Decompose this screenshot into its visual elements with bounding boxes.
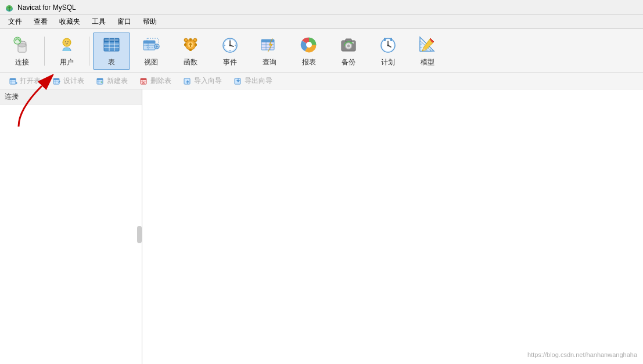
sub-design-table-btn[interactable]: 设计表 bbox=[47, 74, 89, 88]
function-icon bbox=[180, 34, 201, 55]
open-table-icon bbox=[9, 77, 18, 86]
svg-rect-33 bbox=[195, 44, 197, 46]
view-icon bbox=[141, 34, 161, 55]
connections-label: 连接 bbox=[5, 92, 19, 100]
toolbar-model-btn[interactable]: 模型 bbox=[409, 33, 446, 70]
svg-point-40 bbox=[229, 45, 231, 46]
left-panel-content[interactable] bbox=[0, 104, 142, 364]
svg-rect-18 bbox=[105, 39, 109, 41]
table-icon bbox=[101, 34, 122, 55]
svg-point-11 bbox=[67, 41, 69, 42]
import-icon: ↓ bbox=[183, 77, 192, 86]
query-btn-label: 查询 bbox=[263, 57, 276, 67]
toolbar-report-btn[interactable]: 报表 bbox=[290, 33, 328, 70]
toolbar-backup-btn[interactable]: 备份 bbox=[330, 33, 367, 70]
app-icon bbox=[5, 3, 14, 12]
svg-rect-46 bbox=[261, 39, 274, 42]
svg-marker-78 bbox=[16, 81, 17, 85]
watermark: https://blog.csdn.net/hanhanwanghaha bbox=[527, 351, 637, 358]
schedule-icon bbox=[378, 34, 398, 55]
svg-point-44 bbox=[235, 45, 236, 46]
svg-rect-80 bbox=[53, 78, 59, 80]
model-btn-label: 模型 bbox=[421, 57, 434, 67]
sub-import-label: 导入向导 bbox=[194, 76, 222, 86]
right-panel bbox=[142, 89, 643, 364]
svg-point-43 bbox=[224, 45, 225, 46]
svg-rect-31 bbox=[189, 49, 192, 51]
svg-point-64 bbox=[387, 45, 389, 46]
table-btn-label: 表 bbox=[108, 57, 115, 67]
svg-point-56 bbox=[347, 45, 350, 48]
toolbar-table-btn[interactable]: 表 bbox=[93, 33, 130, 70]
event-btn-label: 事件 bbox=[223, 57, 237, 67]
titlebar: Navicat for MySQL bbox=[0, 0, 643, 15]
sub-export-label: 导出向导 bbox=[245, 76, 272, 86]
menu-item-favorites[interactable]: 收藏夹 bbox=[53, 16, 86, 28]
svg-rect-75 bbox=[10, 78, 16, 80]
query-icon bbox=[259, 34, 280, 55]
sub-new-table-label: 新建表 bbox=[107, 76, 128, 86]
sub-design-table-label: 设计表 bbox=[63, 76, 84, 86]
svg-rect-22 bbox=[143, 41, 155, 44]
menu-item-view[interactable]: 查看 bbox=[28, 16, 53, 28]
svg-rect-32 bbox=[184, 44, 186, 46]
menu-item-tools[interactable]: 工具 bbox=[86, 16, 112, 28]
connect-icon bbox=[12, 34, 33, 55]
export-icon bbox=[234, 77, 243, 86]
event-icon bbox=[220, 34, 240, 55]
backup-icon bbox=[338, 34, 359, 55]
toolbar-event-btn[interactable]: 事件 bbox=[211, 33, 249, 70]
toolbar-user-btn[interactable]: 用户 bbox=[48, 33, 85, 70]
svg-rect-19 bbox=[110, 39, 114, 41]
svg-text:×: × bbox=[142, 80, 145, 85]
left-panel-header: 连接 bbox=[0, 89, 142, 104]
menu-item-window[interactable]: 窗口 bbox=[112, 16, 137, 28]
left-panel: 连接 bbox=[0, 89, 142, 364]
user-btn-label: 用户 bbox=[60, 57, 74, 67]
app-title: Navicat for MySQL bbox=[17, 3, 76, 12]
toolbar-function-btn[interactable]: 函数 bbox=[172, 33, 209, 70]
svg-point-52 bbox=[306, 42, 312, 48]
sub-import-btn[interactable]: ↓ 导入向导 bbox=[178, 74, 227, 88]
user-icon bbox=[56, 34, 77, 55]
sub-export-btn[interactable]: 导出向导 bbox=[228, 74, 278, 88]
delete-table-icon: × bbox=[139, 77, 149, 86]
sub-delete-table-label: 删除表 bbox=[150, 76, 171, 86]
svg-point-27 bbox=[156, 45, 158, 48]
sub-delete-table-btn[interactable]: × 删除表 bbox=[134, 74, 177, 88]
left-panel-scrollbar[interactable] bbox=[137, 226, 142, 243]
svg-point-35 bbox=[193, 38, 197, 42]
connect-btn-label: 连接 bbox=[15, 57, 29, 67]
view-btn-label: 视图 bbox=[144, 57, 158, 67]
subtoolbar: 打开表 设计表 + 新建表 bbox=[0, 73, 643, 89]
svg-rect-20 bbox=[115, 39, 118, 41]
menu-item-file[interactable]: 文件 bbox=[2, 16, 28, 28]
main-content: 连接 bbox=[0, 89, 643, 364]
svg-point-41 bbox=[229, 39, 231, 41]
toolbar: 连接 用户 bbox=[0, 29, 643, 73]
menubar: 文件 查看 收藏夹 工具 窗口 帮助 bbox=[0, 15, 643, 29]
watermark-text: https://blog.csdn.net/hanhanwanghaha bbox=[527, 351, 637, 358]
new-table-icon: + bbox=[96, 77, 105, 86]
menu-item-help[interactable]: 帮助 bbox=[137, 16, 163, 28]
toolbar-separator-2 bbox=[89, 37, 89, 66]
design-table-icon bbox=[52, 77, 62, 86]
sub-open-table-btn[interactable]: 打开表 bbox=[3, 74, 46, 88]
backup-btn-label: 备份 bbox=[342, 57, 355, 67]
report-icon bbox=[299, 34, 319, 55]
toolbar-separator-1 bbox=[44, 37, 45, 66]
function-btn-label: 函数 bbox=[184, 57, 197, 67]
svg-text:+: + bbox=[100, 80, 103, 84]
sub-open-table-label: 打开表 bbox=[20, 76, 41, 86]
svg-point-5 bbox=[18, 44, 26, 47]
toolbar-schedule-btn[interactable]: 计划 bbox=[369, 33, 407, 70]
model-icon bbox=[417, 34, 438, 55]
toolbar-query-btn[interactable]: 查询 bbox=[251, 33, 288, 70]
toolbar-view-btn[interactable]: 视图 bbox=[132, 33, 170, 70]
toolbar-connect-btn[interactable]: 连接 bbox=[3, 33, 41, 70]
svg-rect-30 bbox=[189, 38, 192, 41]
svg-point-34 bbox=[184, 38, 188, 42]
svg-point-42 bbox=[229, 50, 231, 51]
sub-new-table-btn[interactable]: + 新建表 bbox=[91, 74, 133, 88]
svg-rect-66 bbox=[390, 38, 392, 41]
